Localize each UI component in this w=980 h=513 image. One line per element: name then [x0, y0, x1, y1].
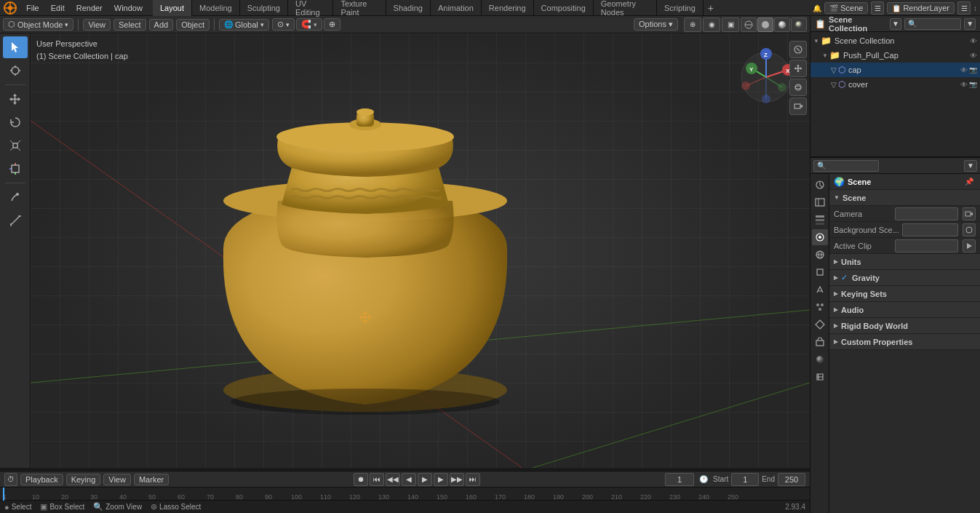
active-clip-icon-btn[interactable]	[963, 239, 976, 252]
timeline-mode-icon[interactable]: ⏱	[4, 473, 17, 486]
snap-btn[interactable]: 🧲▾	[296, 18, 322, 31]
camera-icon-btn[interactable]	[963, 207, 976, 220]
prop-tab-physics[interactable]	[812, 317, 828, 333]
scale-tool-btn[interactable]	[3, 135, 28, 156]
prop-tab-render[interactable]	[812, 177, 828, 193]
timeline-ruler[interactable]: 1 10 20 30 40 50 60 70 80 90 100 110 120…	[0, 488, 810, 501]
scene-selector[interactable]: 🎬 Scene	[824, 2, 868, 14]
tab-modeling[interactable]: Modeling	[192, 0, 240, 16]
prop-tab-material[interactable]	[812, 351, 828, 367]
tab-uv-editing[interactable]: UV Editing	[288, 0, 333, 16]
cover-render[interactable]: 📷	[969, 81, 977, 88]
keying-sets-section[interactable]: ▶ Keying Sets	[829, 286, 980, 302]
renderlayer-selector[interactable]: 📋 RenderLayer	[887, 2, 955, 14]
add-menu[interactable]: Add	[149, 19, 174, 31]
tab-layout[interactable]: Layout	[153, 0, 192, 16]
current-frame[interactable]: 1	[665, 473, 694, 486]
menu-edit[interactable]: Edit	[45, 2, 71, 14]
menu-render[interactable]: Render	[71, 2, 108, 14]
cursor-tool-btn[interactable]	[3, 60, 28, 81]
gravity-section[interactable]: ▶ ✓ Gravity	[829, 270, 980, 286]
outliner-filter-btn[interactable]: ▼	[890, 18, 901, 30]
zoom-status[interactable]: 🔍 Zoom View	[93, 502, 142, 512]
prop-tab-object[interactable]	[812, 264, 828, 280]
next-frame-btn[interactable]: ▶	[434, 473, 448, 486]
units-section[interactable]: ▶ Units	[829, 254, 980, 270]
visibility-icon[interactable]: 👁	[970, 37, 977, 45]
pan-btn[interactable]	[789, 60, 807, 77]
prop-tab-modifier[interactable]	[812, 282, 828, 298]
measure-btn[interactable]	[3, 210, 28, 231]
jump-end-btn[interactable]: ⏭	[466, 473, 480, 486]
tab-shading[interactable]: Shading	[386, 0, 431, 16]
prop-tab-constraints[interactable]	[812, 334, 828, 350]
push-pull-visibility[interactable]: 👁	[970, 52, 977, 60]
menu-window[interactable]: Window	[108, 2, 148, 14]
jump-start-btn[interactable]: ⏮	[370, 473, 384, 486]
transform-tool-btn[interactable]	[3, 158, 28, 180]
scene-pin-btn[interactable]: 📌	[963, 175, 976, 188]
transform-global-btn[interactable]: 🌐 Global ▾	[219, 19, 269, 31]
tab-geometry-nodes[interactable]: Geometry Nodes	[594, 0, 657, 16]
tab-sculpting[interactable]: Sculpting	[240, 0, 288, 16]
custom-props-section[interactable]: ▶ Custom Properties	[829, 334, 980, 350]
marker-btn[interactable]: Marker	[134, 474, 169, 485]
prop-tab-view-layer[interactable]	[812, 212, 828, 228]
prev-keyframe-btn[interactable]: ◀◀	[386, 473, 400, 486]
object-mode-btn[interactable]: ⬡ Object Mode ▾	[3, 18, 73, 31]
move-tool-btn[interactable]	[3, 88, 28, 110]
material-btn[interactable]	[774, 17, 790, 32]
wireframe-btn[interactable]	[741, 17, 757, 32]
tab-animation[interactable]: Animation	[431, 0, 482, 16]
playback-btn[interactable]: Playback	[20, 474, 63, 485]
overlay-btn[interactable]: ◉	[703, 17, 720, 32]
timeline-view-btn[interactable]: View	[103, 474, 131, 485]
scene-subsection[interactable]: ▼ Scene	[829, 190, 980, 206]
viewport-3d[interactable]: User Perspective (1) Scene Collection | …	[31, 33, 810, 468]
renderlayer-options[interactable]: ☰	[957, 1, 971, 15]
select-status[interactable]: ● Select	[4, 503, 31, 512]
annotate-btn[interactable]	[3, 186, 28, 208]
lasso-select-status[interactable]: ⊛ Lasso Select	[151, 502, 201, 512]
play-btn[interactable]: ▶	[418, 473, 432, 486]
bg-scene-value[interactable]	[902, 223, 958, 236]
options-btn[interactable]: Options ▾	[634, 18, 678, 31]
zoom-to-fit-btn[interactable]	[789, 41, 807, 58]
rigid-body-section[interactable]: ▶ Rigid Body World	[829, 318, 980, 334]
outliner-row-scene-collection[interactable]: ▼ 📁 Scene Collection 👁	[810, 33, 980, 48]
prop-tab-output[interactable]	[812, 194, 828, 210]
rotate-tool-btn[interactable]	[3, 111, 28, 133]
prop-tab-world[interactable]	[812, 247, 828, 263]
end-frame[interactable]: 250	[778, 473, 805, 486]
select-menu[interactable]: Select	[113, 19, 146, 31]
object-menu[interactable]: Object	[176, 19, 210, 31]
audio-section[interactable]: ▶ Audio	[829, 302, 980, 318]
workspace-add-tab[interactable]: +	[704, 1, 718, 15]
proportional-btn[interactable]: ⊕	[324, 18, 340, 31]
cap-visibility[interactable]: 👁	[960, 66, 968, 74]
rendered-btn[interactable]	[791, 17, 807, 32]
outliner-row-cover[interactable]: ▽ ⬡ cover 👁 📷	[810, 77, 980, 92]
tab-texture-paint[interactable]: Texture Paint	[333, 0, 386, 16]
camera-view-btn[interactable]	[789, 98, 807, 115]
outliner-search[interactable]: 🔍	[904, 18, 962, 30]
start-frame[interactable]: 1	[731, 473, 759, 486]
prop-tab-data[interactable]	[812, 369, 828, 385]
outliner-options-btn[interactable]: ▼	[964, 18, 976, 30]
box-select-status[interactable]: ▣ Box Select	[40, 502, 84, 512]
orbit-btn[interactable]	[789, 79, 807, 96]
camera-value[interactable]	[895, 207, 958, 220]
bg-scene-icon-btn[interactable]	[963, 223, 976, 236]
pivot-btn[interactable]: ⊙▾	[272, 18, 295, 31]
record-btn[interactable]: ⏺	[354, 473, 368, 486]
xray-btn[interactable]: ▣	[722, 17, 739, 32]
prop-tab-particles[interactable]	[812, 299, 828, 315]
outliner-row-push-pull-cap[interactable]: ▼ 📁 Push_Pull_Cap 👁	[810, 48, 980, 63]
prev-frame-btn[interactable]: ◀	[402, 473, 416, 486]
cap-render[interactable]: 📷	[969, 66, 977, 73]
scene-options[interactable]: ☰	[871, 1, 884, 15]
outliner-row-cap[interactable]: ▽ ⬡ cap 👁 📷	[810, 63, 980, 77]
prop-header-options[interactable]: ▼	[964, 160, 977, 172]
cover-visibility[interactable]: 👁	[960, 81, 968, 89]
nav-gizmo[interactable]: X Y Z	[737, 48, 795, 106]
